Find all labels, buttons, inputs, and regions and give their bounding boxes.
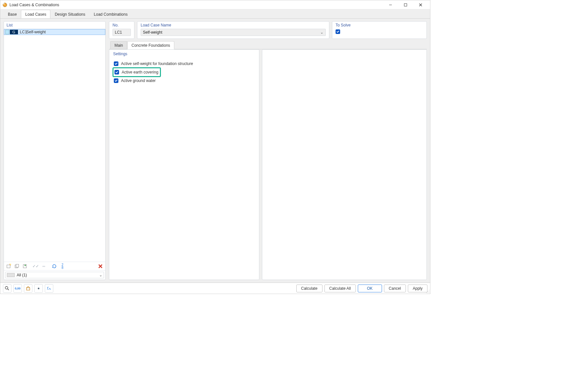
chevron-down-icon: ⌄ bbox=[99, 273, 102, 277]
list-header: List bbox=[4, 22, 105, 29]
to-solve-checkbox[interactable] bbox=[336, 29, 340, 34]
list-panel: List G LC1 Self-weight ✓✓ ▫▫ 28 bbox=[4, 21, 106, 280]
settings-header: Settings bbox=[113, 52, 255, 56]
main-content: List G LC1 Self-weight ✓✓ ▫▫ 28 bbox=[0, 19, 430, 283]
new-item-button[interactable] bbox=[5, 263, 12, 270]
detail-area: No. LC1 Load Case Name Self-weight ⌄ To … bbox=[109, 21, 427, 280]
no-value[interactable]: LC1 bbox=[113, 29, 131, 36]
checkbox-ground-water[interactable] bbox=[114, 78, 118, 83]
units-tool-button[interactable]: 0,00 bbox=[13, 284, 22, 293]
cancel-button[interactable]: Cancel bbox=[384, 285, 406, 292]
solve-field-group: To Solve bbox=[332, 21, 427, 39]
close-button[interactable] bbox=[413, 0, 428, 9]
main-tabstrip: Base Load Cases Design Situations Load C… bbox=[0, 9, 430, 19]
copy-item-button[interactable] bbox=[13, 263, 21, 270]
checkbox-self-weight[interactable] bbox=[114, 61, 118, 66]
calculate-all-button[interactable]: Calculate All bbox=[324, 285, 356, 292]
filter-color-swatch bbox=[7, 273, 15, 277]
tab-concrete-foundations[interactable]: Concrete Foundations bbox=[127, 41, 174, 49]
no-field-group: No. LC1 bbox=[109, 21, 134, 39]
name-select[interactable]: Self-weight ⌄ bbox=[141, 29, 326, 36]
dialog-window: Load Cases & Combinations Base Load Case… bbox=[0, 0, 430, 294]
name-label: Load Case Name bbox=[141, 23, 326, 27]
window-title: Load Cases & Combinations bbox=[9, 3, 59, 7]
label-earth-covering: Active earth covering bbox=[122, 70, 158, 74]
svg-rect-9 bbox=[16, 264, 19, 267]
tab-design-situations[interactable]: Design Situations bbox=[50, 10, 89, 18]
ok-button[interactable]: OK bbox=[358, 285, 382, 292]
tab-content: Settings Active self-weight for foundati… bbox=[109, 49, 427, 280]
list-item-id: LC1 bbox=[19, 30, 26, 34]
delete-item-button[interactable] bbox=[97, 263, 104, 270]
svg-point-16 bbox=[38, 287, 40, 289]
checkbox-earth-covering[interactable] bbox=[114, 70, 119, 74]
svg-point-7 bbox=[10, 264, 11, 265]
list-box[interactable]: G LC1 Self-weight bbox=[4, 29, 105, 262]
minimize-button[interactable] bbox=[383, 0, 398, 9]
app-icon bbox=[2, 2, 8, 8]
top-fields: No. LC1 Load Case Name Self-weight ⌄ To … bbox=[109, 21, 427, 39]
tab-load-combinations[interactable]: Load Combinations bbox=[90, 10, 132, 18]
maximize-button[interactable] bbox=[398, 0, 413, 9]
svg-rect-15 bbox=[26, 288, 30, 290]
zoom-tool-button[interactable] bbox=[3, 284, 11, 293]
detail-tabstrip: Main Concrete Foundations bbox=[109, 41, 427, 49]
filter-row: All (1) ⌄ bbox=[4, 270, 105, 280]
select-all-button[interactable]: ✓✓ bbox=[32, 263, 39, 270]
tab-base[interactable]: Base bbox=[4, 10, 21, 18]
filter-select[interactable]: All (1) ⌄ bbox=[5, 272, 104, 278]
list-item-category-tag: G bbox=[10, 30, 18, 34]
svg-point-13 bbox=[5, 286, 8, 289]
setting-earth-covering: Active earth covering bbox=[113, 68, 160, 76]
preview-panel bbox=[262, 49, 427, 280]
settings-panel: Settings Active self-weight for foundati… bbox=[109, 49, 259, 280]
insert-item-button[interactable] bbox=[22, 263, 29, 270]
no-label: No. bbox=[113, 23, 131, 27]
name-value: Self-weight bbox=[143, 30, 320, 35]
deselect-all-button[interactable]: ▫▫ bbox=[40, 263, 47, 270]
list-item-color-swatch bbox=[5, 30, 9, 34]
titlebar: Load Cases & Combinations bbox=[0, 0, 430, 9]
chevron-down-icon: ⌄ bbox=[320, 30, 323, 35]
list-item-name: Self-weight bbox=[26, 30, 105, 34]
point-tool-button[interactable] bbox=[34, 284, 43, 293]
footer-bar: 0,00 f Calculate Calculate All OK Cancel… bbox=[0, 283, 430, 294]
list-item[interactable]: G LC1 Self-weight bbox=[4, 29, 105, 35]
svg-rect-6 bbox=[7, 265, 10, 268]
model-view-button[interactable] bbox=[24, 284, 32, 293]
setting-ground-water: Active ground water bbox=[113, 76, 255, 85]
svg-rect-3 bbox=[404, 4, 407, 6]
name-field-group: Load Case Name Self-weight ⌄ bbox=[137, 21, 329, 39]
tab-main[interactable]: Main bbox=[110, 41, 127, 49]
svg-line-14 bbox=[8, 289, 9, 290]
setting-self-weight: Active self-weight for foundation struct… bbox=[113, 59, 255, 68]
svg-rect-10 bbox=[23, 265, 26, 268]
renumber-button[interactable]: 28 bbox=[59, 263, 66, 270]
filter-label: All (1) bbox=[17, 273, 27, 277]
list-toolbar: ✓✓ ▫▫ 28 bbox=[4, 262, 105, 270]
solve-label: To Solve bbox=[336, 23, 423, 27]
calculate-button[interactable]: Calculate bbox=[296, 285, 322, 292]
tab-load-cases[interactable]: Load Cases bbox=[21, 10, 50, 18]
label-self-weight: Active self-weight for foundation struct… bbox=[121, 61, 193, 66]
label-ground-water: Active ground water bbox=[121, 78, 156, 83]
svg-point-1 bbox=[3, 3, 5, 5]
function-tool-button[interactable]: f bbox=[45, 284, 53, 293]
refresh-button[interactable] bbox=[51, 263, 58, 270]
apply-button[interactable]: Apply bbox=[408, 285, 427, 292]
